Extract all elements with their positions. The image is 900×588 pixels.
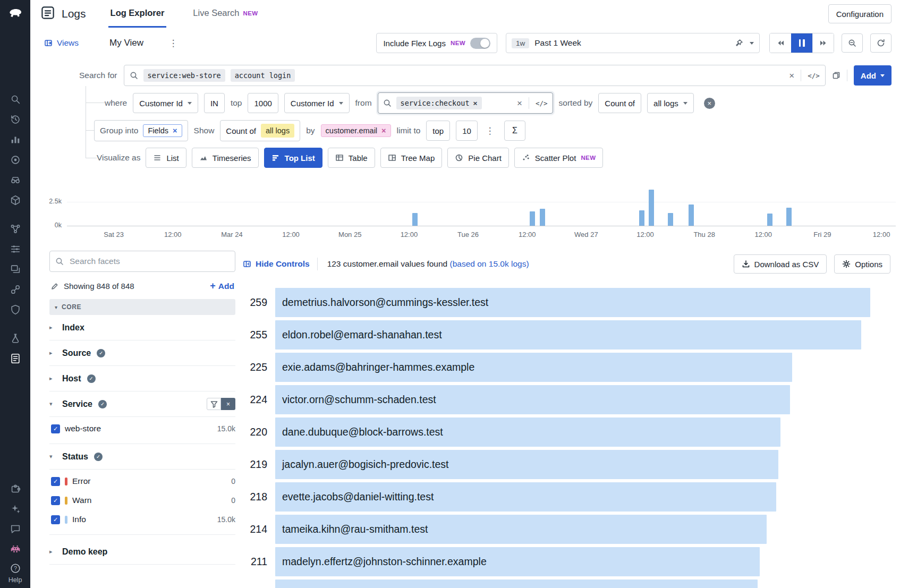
infrastructure-icon[interactable] bbox=[0, 190, 30, 210]
toplist-bar[interactable]: demetrius.halvorson@cummings-kessler.tes… bbox=[275, 288, 870, 317]
timeline-bar[interactable] bbox=[668, 213, 673, 226]
timeline-bar[interactable] bbox=[689, 204, 694, 226]
fast-forward-button[interactable] bbox=[812, 33, 834, 53]
download-csv-button[interactable]: Download as CSV bbox=[734, 254, 827, 274]
toplist-bar[interactable]: donnie.yundt@nolan-hoyer.example bbox=[275, 580, 758, 588]
options-button[interactable]: Options bbox=[834, 254, 890, 274]
checkbox-checked[interactable]: ✓ bbox=[51, 515, 60, 524]
remove-token-icon[interactable]: × bbox=[173, 126, 177, 135]
tab-live-search[interactable]: Live SearchNEW bbox=[191, 0, 260, 28]
timeline-bar[interactable] bbox=[412, 213, 418, 226]
zoom-out-button[interactable] bbox=[842, 33, 863, 53]
search-token[interactable]: account login bbox=[231, 69, 295, 82]
search-input[interactable]: service:web-storeaccount login × </> bbox=[124, 65, 826, 86]
remove-clause-button[interactable]: × bbox=[704, 98, 715, 109]
integrations-icon[interactable] bbox=[0, 279, 30, 300]
checkbox-checked[interactable]: ✓ bbox=[51, 424, 60, 433]
facet-value-row[interactable]: ✓web-store15.0k bbox=[51, 419, 235, 438]
viz-option-tree-map[interactable]: Tree Map bbox=[380, 148, 443, 168]
toplist-bar[interactable]: eldon.robel@emard-shanahan.test bbox=[275, 320, 861, 350]
facet-item-demo-keep[interactable]: ▸Demo keep bbox=[49, 539, 235, 565]
facet-search-box[interactable] bbox=[49, 251, 235, 272]
facet-search-input[interactable] bbox=[69, 256, 230, 267]
fields-token[interactable]: Fields× bbox=[143, 124, 182, 137]
configuration-button[interactable]: Configuration bbox=[828, 4, 891, 23]
invader-icon[interactable] bbox=[0, 539, 30, 559]
group-kebab-menu[interactable]: ⋮ bbox=[485, 125, 495, 137]
security-icon[interactable] bbox=[0, 300, 30, 320]
extensions-icon[interactable] bbox=[0, 479, 30, 499]
toplist-bar[interactable]: exie.adams@bahringer-hammes.example bbox=[275, 353, 792, 382]
remove-token-icon[interactable]: × bbox=[381, 126, 386, 135]
toplist-bar[interactable]: tameika.kihn@rau-smitham.test bbox=[275, 515, 767, 544]
results-summary-note[interactable]: (based on 15.0k logs) bbox=[450, 259, 529, 268]
timeline-bar[interactable] bbox=[540, 209, 545, 226]
datadog-logo-icon[interactable] bbox=[0, 3, 30, 27]
facet-group-core[interactable]: ▾ CORE bbox=[49, 299, 235, 315]
count-of-label[interactable]: Count of bbox=[226, 126, 256, 135]
toplist-bar[interactable]: evette.jacobs@daniel-witting.test bbox=[275, 482, 776, 512]
tab-log-explorer[interactable]: Log Explorer bbox=[108, 0, 167, 28]
group-field-select[interactable]: Customer Id bbox=[133, 93, 198, 113]
dashboards-icon[interactable] bbox=[0, 130, 30, 150]
apm-icon[interactable] bbox=[0, 150, 30, 170]
operator-box[interactable]: IN bbox=[204, 93, 225, 113]
sparkles-icon[interactable] bbox=[0, 499, 30, 519]
top-value-box[interactable]: 1000 bbox=[248, 93, 278, 113]
view-kebab-menu[interactable]: ⋮ bbox=[168, 38, 179, 49]
toplist-bar[interactable]: dane.dubuque@block-barrows.test bbox=[275, 417, 780, 447]
viz-option-list[interactable]: List bbox=[146, 148, 186, 168]
rewind-button[interactable] bbox=[770, 33, 791, 53]
sorted-count-box[interactable]: Count of bbox=[598, 93, 641, 113]
add-facet-button[interactable]: +Add bbox=[210, 280, 234, 292]
toplist-bar[interactable]: madelyn.effertz@johnston-schinner.exampl… bbox=[275, 547, 760, 576]
flex-logs-toggle[interactable] bbox=[470, 38, 490, 49]
viz-option-pie-chart[interactable]: Pie Chart bbox=[447, 148, 509, 168]
clear-search-icon[interactable]: × bbox=[789, 71, 794, 80]
views-button[interactable]: Views bbox=[44, 38, 79, 48]
checkbox-checked[interactable]: ✓ bbox=[51, 477, 60, 486]
facet-item-status[interactable]: ▾Status✓ bbox=[49, 444, 235, 470]
network-icon[interactable] bbox=[0, 219, 30, 239]
search-token[interactable]: service:web-store bbox=[143, 69, 225, 82]
logs-icon[interactable] bbox=[0, 348, 30, 369]
hide-controls-button[interactable]: Hide Controls bbox=[243, 259, 310, 269]
limit-top-box[interactable]: top bbox=[426, 121, 450, 141]
code-view-icon[interactable]: </> bbox=[808, 72, 820, 80]
facet-item-host[interactable]: ▸Host✓ bbox=[49, 366, 235, 391]
measure-token[interactable]: all logs bbox=[261, 124, 294, 138]
timeline-bar[interactable] bbox=[786, 208, 792, 226]
copy-icon[interactable] bbox=[832, 71, 840, 80]
add-query-button[interactable]: Add bbox=[854, 65, 891, 86]
viz-option-timeseries[interactable]: Timeseries bbox=[192, 148, 259, 168]
help-button[interactable]: ?Help bbox=[9, 563, 22, 584]
facet-clear-button[interactable]: × bbox=[221, 398, 235, 410]
viz-option-top-list[interactable]: Top List bbox=[264, 148, 322, 168]
pause-button[interactable] bbox=[791, 33, 812, 53]
code-view-icon[interactable]: </> bbox=[536, 99, 548, 107]
facet-filter-button[interactable] bbox=[207, 398, 221, 410]
subquery-token[interactable]: service:checkout× bbox=[396, 97, 482, 109]
search-icon[interactable] bbox=[0, 89, 30, 109]
facet-value-row[interactable]: ✓Info15.0k bbox=[51, 510, 235, 529]
facet-value-row[interactable]: ✓Warn0 bbox=[51, 491, 235, 510]
timeline-bar[interactable] bbox=[767, 214, 772, 226]
synthetics-icon[interactable] bbox=[0, 328, 30, 348]
timeline-bar[interactable] bbox=[530, 211, 535, 226]
checkbox-checked[interactable]: ✓ bbox=[51, 496, 60, 505]
ci-icon[interactable] bbox=[0, 259, 30, 279]
pencil-icon[interactable] bbox=[50, 282, 59, 291]
clear-subquery-icon[interactable]: × bbox=[517, 99, 522, 108]
watchdog-icon[interactable] bbox=[0, 170, 30, 190]
subquery-search-input[interactable]: service:checkout× × </> bbox=[378, 92, 553, 114]
group-by-token[interactable]: customer.email× bbox=[321, 124, 391, 137]
timeline-bar[interactable] bbox=[649, 190, 654, 226]
toplist-bar[interactable]: victor.orn@schumm-schaden.test bbox=[275, 385, 790, 414]
order-field-select[interactable]: Customer Id bbox=[284, 93, 350, 113]
timeline-bar[interactable] bbox=[639, 210, 644, 226]
facet-value-row[interactable]: ✓Error0 bbox=[51, 472, 235, 491]
history-icon[interactable] bbox=[0, 109, 30, 130]
sorted-measure-select[interactable]: all logs bbox=[647, 93, 694, 113]
refresh-button[interactable] bbox=[870, 33, 891, 53]
viz-option-table[interactable]: Table bbox=[328, 148, 375, 168]
